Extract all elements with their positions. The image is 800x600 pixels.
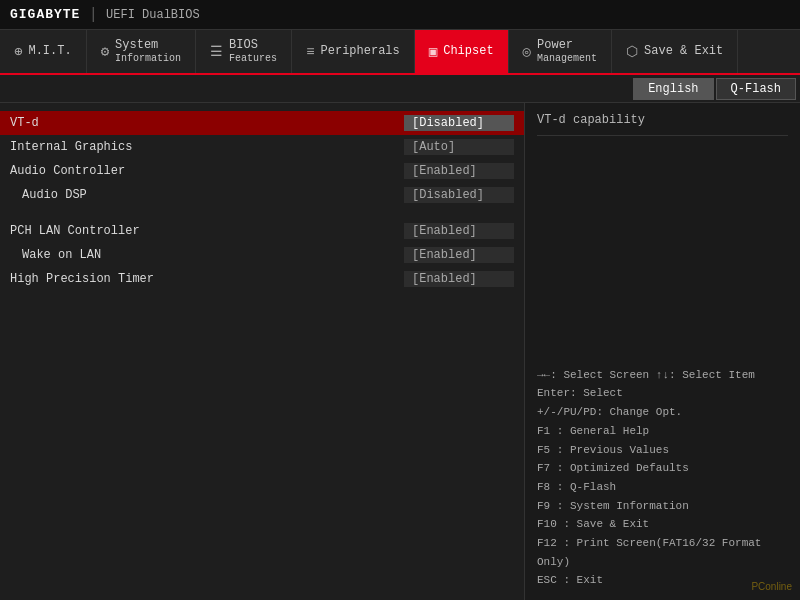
tab-bios-label: BIOS: [229, 38, 258, 52]
qflash-button[interactable]: Q-Flash: [716, 78, 796, 100]
pch-lan-label: PCH LAN Controller: [10, 224, 404, 238]
vtd-label: VT-d: [10, 116, 404, 130]
tab-save-exit[interactable]: ⬡ Save & Exit: [612, 30, 738, 73]
tab-bios-sublabel: Features: [229, 53, 277, 65]
internal-graphics-value: [Auto]: [404, 139, 514, 155]
shortcut-f1: F1 : General Help: [537, 422, 788, 441]
brand-separator: |: [88, 6, 98, 24]
wake-on-lan-label: Wake on LAN: [10, 248, 404, 262]
mit-icon: ⊕: [14, 43, 22, 60]
brand-logo: GIGABYTE: [10, 7, 80, 22]
tab-power-management[interactable]: ◎ Power Management: [509, 30, 612, 73]
shortcut-f7: F7 : Optimized Defaults: [537, 459, 788, 478]
shortcut-f12: F12 : Print Screen(FAT16/32 Format Only): [537, 534, 788, 571]
shortcut-f5: F5 : Previous Values: [537, 441, 788, 460]
tab-chipset[interactable]: ▣ Chipset: [415, 30, 509, 73]
wake-on-lan-value: [Enabled]: [404, 247, 514, 263]
system-icon: ⚙: [101, 43, 109, 60]
bios-icon: ☰: [210, 43, 223, 60]
english-button[interactable]: English: [633, 78, 713, 100]
setting-internal-graphics[interactable]: Internal Graphics [Auto]: [0, 135, 524, 159]
shortcut-enter: Enter: Select: [537, 384, 788, 403]
high-precision-timer-value: [Enabled]: [404, 271, 514, 287]
help-panel: VT-d capability →←: Select Screen ↑↓: Se…: [525, 103, 800, 600]
audio-dsp-label: Audio DSP: [10, 188, 404, 202]
audio-controller-label: Audio Controller: [10, 164, 404, 178]
setting-vtd[interactable]: VT-d [Disabled]: [0, 111, 524, 135]
language-bar: English Q-Flash: [0, 75, 800, 103]
tab-system-sublabel: Information: [115, 53, 181, 65]
audio-controller-value: [Enabled]: [404, 163, 514, 179]
shortcuts-panel: →←: Select Screen ↑↓: Select Item Enter:…: [537, 366, 788, 590]
vtd-value: [Disabled]: [404, 115, 514, 131]
bios-name: UEFI DualBIOS: [106, 8, 200, 22]
tab-peripherals-label: Peripherals: [321, 44, 400, 58]
tab-peripherals[interactable]: ≡ Peripherals: [292, 30, 415, 73]
high-precision-timer-label: High Precision Timer: [10, 272, 404, 286]
setting-wake-on-lan[interactable]: Wake on LAN [Enabled]: [0, 243, 524, 267]
peripherals-icon: ≡: [306, 44, 314, 60]
shortcut-f9: F9 : System Information: [537, 497, 788, 516]
pch-lan-value: [Enabled]: [404, 223, 514, 239]
settings-panel: VT-d [Disabled] Internal Graphics [Auto]…: [0, 103, 525, 600]
tab-mit[interactable]: ⊕ M.I.T.: [0, 30, 87, 73]
main-content: VT-d [Disabled] Internal Graphics [Auto]…: [0, 103, 800, 600]
shortcut-esc: ESC : Exit: [537, 571, 788, 590]
tab-power-label: Power: [537, 38, 573, 52]
internal-graphics-label: Internal Graphics: [10, 140, 404, 154]
chipset-icon: ▣: [429, 43, 437, 60]
power-icon: ◎: [523, 43, 531, 60]
watermark: PConline: [751, 581, 792, 592]
tab-chipset-label: Chipset: [443, 44, 493, 58]
setting-high-precision-timer[interactable]: High Precision Timer [Enabled]: [0, 267, 524, 291]
nav-tabs: ⊕ M.I.T. ⚙ System Information ☰ BIOS Fea…: [0, 30, 800, 75]
shortcut-screen: →←: Select Screen ↑↓: Select Item: [537, 366, 788, 385]
audio-dsp-value: [Disabled]: [404, 187, 514, 203]
bios-header: GIGABYTE | UEFI DualBIOS: [0, 0, 800, 30]
shortcut-f10: F10 : Save & Exit: [537, 515, 788, 534]
shortcut-change: +/-/PU/PD: Change Opt.: [537, 403, 788, 422]
tab-system-label: System: [115, 38, 158, 52]
spacer-1: [0, 207, 524, 219]
tab-system-information[interactable]: ⚙ System Information: [87, 30, 196, 73]
setting-pch-lan[interactable]: PCH LAN Controller [Enabled]: [0, 219, 524, 243]
help-text: VT-d capability: [537, 113, 788, 136]
setting-audio-dsp[interactable]: Audio DSP [Disabled]: [0, 183, 524, 207]
tab-bios-features[interactable]: ☰ BIOS Features: [196, 30, 292, 73]
save-icon: ⬡: [626, 43, 638, 60]
tab-save-label: Save & Exit: [644, 44, 723, 58]
tab-power-sublabel: Management: [537, 53, 597, 65]
tab-mit-label: M.I.T.: [28, 44, 71, 58]
shortcut-f8: F8 : Q-Flash: [537, 478, 788, 497]
setting-audio-controller[interactable]: Audio Controller [Enabled]: [0, 159, 524, 183]
